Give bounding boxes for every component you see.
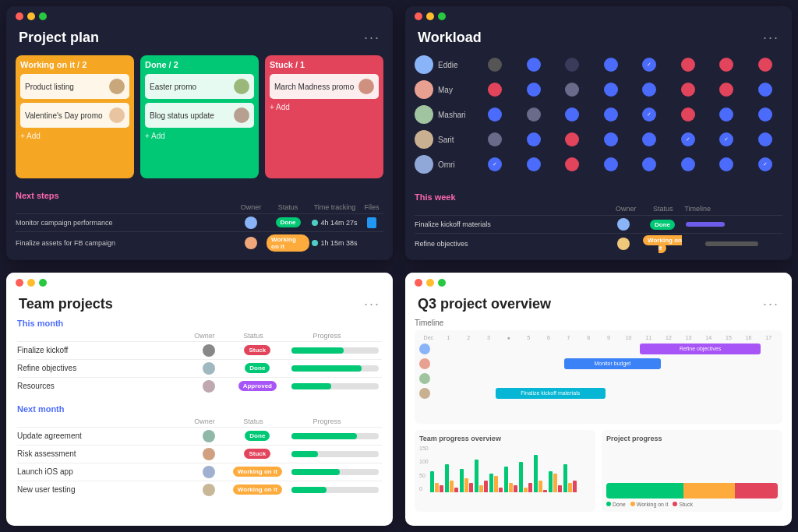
this-week-row[interactable]: Refine objectives Working on it (415, 233, 782, 254)
bar (489, 474, 493, 492)
row-owner (191, 380, 226, 393)
workload-dot (565, 132, 579, 146)
row-status: Working on it (226, 484, 288, 495)
row-status: Working on it (267, 234, 309, 252)
status-badge: Working on it (267, 234, 309, 252)
th-progress: Progress (284, 417, 369, 425)
avatar (203, 430, 215, 442)
bar (519, 462, 523, 492)
workload-dot (642, 83, 656, 97)
card-avatar (234, 79, 249, 94)
row-owner (191, 362, 226, 375)
workload-dot (758, 83, 772, 97)
bar (563, 464, 567, 492)
team-projects-more-btn[interactable]: ··· (364, 296, 380, 312)
timeline-bar (686, 222, 725, 227)
row-progress (288, 451, 382, 457)
card-text: Blog status update (150, 111, 214, 120)
team-projects-title: Team projects (19, 296, 113, 312)
tp-row[interactable]: Update agreement Done (17, 427, 382, 445)
bar (430, 471, 434, 492)
th-owner: Owner (235, 203, 267, 211)
chrome-dot-red (16, 12, 23, 20)
tp-row[interactable]: Launch iOS app Working on it (17, 463, 382, 481)
row-time: 4h 14m 27s (309, 219, 360, 227)
tp-row[interactable]: Resources Approved (17, 377, 382, 395)
card-text: Easter promo (150, 83, 196, 91)
card-avatar (358, 79, 374, 94)
bar-group (504, 467, 517, 492)
avatar (617, 238, 630, 250)
this-week-header: Owner Status Timeline (415, 205, 782, 213)
workload-dot (681, 107, 695, 122)
row-timeline (686, 241, 782, 246)
chrome-dot-red (415, 12, 422, 20)
chrome-dot-yellow (426, 12, 434, 20)
team-progress-title: Team progress overview (419, 435, 591, 442)
add-card-btn[interactable]: + Add (270, 103, 379, 111)
bar-chart (430, 446, 577, 492)
chart-legend: Done Working on it Stuck (606, 502, 778, 507)
workload-dot: ✓ (642, 107, 656, 122)
month-label: 16 (740, 335, 758, 340)
project-plan-more-btn[interactable]: ··· (364, 30, 380, 46)
add-card-btn[interactable]: + Add (20, 132, 129, 140)
bar (534, 455, 538, 492)
this-week-row[interactable]: Finalize kickoff materials Done (415, 215, 782, 233)
row-files (360, 217, 383, 228)
kanban-card[interactable]: Product listing (20, 74, 129, 99)
tp-row[interactable]: Finalize kickoff Stuck (17, 341, 382, 359)
workload-dot (642, 132, 656, 146)
row-progress (288, 433, 382, 439)
tp-row[interactable]: Refine objectives Done (17, 359, 382, 377)
tp-row[interactable]: New user testing Working on it (17, 481, 382, 499)
month-label: 2 (459, 335, 478, 340)
row-owner (191, 484, 226, 496)
tl-track: Finalize kickoff materials (433, 388, 778, 399)
tp-row[interactable]: Risk assessment Stuck (17, 445, 382, 463)
chrome-dot-green (438, 279, 446, 287)
row-owner (608, 218, 639, 231)
bar (464, 478, 468, 492)
status-badge: Stuck (244, 449, 270, 459)
card-text: March Madness promo (274, 83, 354, 91)
avatar (203, 344, 215, 357)
team-progress-chart: Team progress overview 150 100 50 0 (415, 430, 595, 512)
workload-dot (527, 58, 541, 72)
q3-more-btn[interactable]: ··· (763, 296, 779, 312)
month-label: ● (500, 335, 518, 340)
tl-avatar (419, 344, 430, 354)
kanban-card[interactable]: Valentine's Day promo (20, 103, 129, 128)
bar (528, 483, 532, 492)
row-owner (608, 238, 639, 250)
workload-dot (758, 58, 772, 72)
workload-more-btn[interactable]: ··· (763, 30, 779, 46)
team-projects-header: Team projects ··· (6, 293, 393, 319)
workload-dot (758, 132, 772, 146)
avatar (203, 484, 215, 496)
card-avatar (234, 107, 249, 123)
this-month-section: This month Owner Status Progress Finaliz… (17, 319, 382, 395)
workload-dot (681, 157, 695, 171)
legend-color (630, 502, 635, 506)
workload-dot (565, 83, 579, 97)
row-status: Done (639, 220, 686, 228)
timeline-row: Finalize kickoff materials (419, 388, 778, 399)
kanban-card[interactable]: Blog status update (145, 103, 254, 128)
kanban-card[interactable]: Easter promo (145, 74, 254, 99)
workload-grid: Eddie ✓ May (405, 52, 792, 186)
next-steps-row[interactable]: Monitor campaign performance Done 4h 14m… (16, 213, 383, 231)
month-label: 7 (560, 335, 578, 340)
kanban-card[interactable]: March Madness promo (270, 74, 379, 99)
y-labels: 150 100 50 0 (419, 446, 429, 492)
next-steps-row[interactable]: Finalize assets for FB campaign Working … (16, 231, 383, 254)
y-label: 0 (419, 486, 429, 491)
project-progress-chart: Project progress Done Working on it Stuc… (602, 430, 782, 512)
person-avatar (415, 155, 433, 174)
add-card-btn[interactable]: + Add (145, 132, 254, 140)
project-progress-title: Project progress (606, 435, 778, 442)
workload-dot (758, 107, 772, 122)
th-status: Status (222, 417, 284, 425)
card-text: Valentine's Day promo (25, 111, 103, 120)
workload-dot (527, 107, 541, 122)
